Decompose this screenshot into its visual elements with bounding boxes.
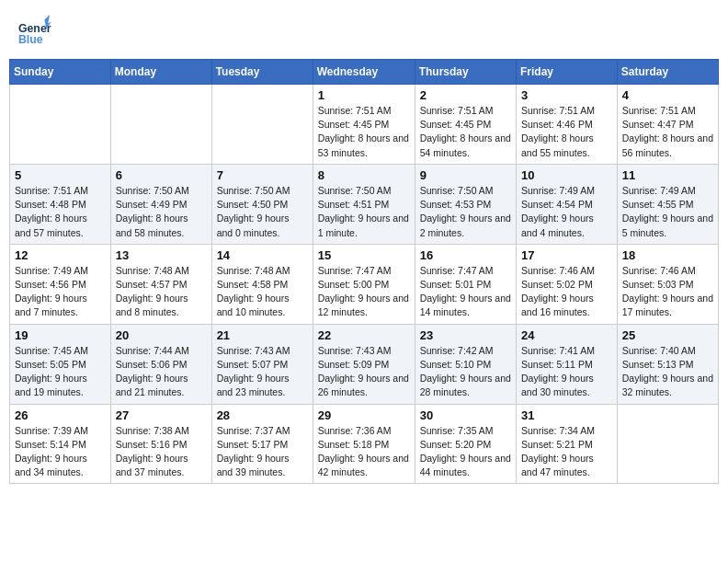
day-number: 22 xyxy=(318,328,410,342)
day-info: Sunrise: 7:43 AM Sunset: 5:07 PM Dayligh… xyxy=(217,344,308,400)
day-number: 9 xyxy=(420,168,511,182)
calendar-cell: 11Sunrise: 7:49 AM Sunset: 4:55 PM Dayli… xyxy=(617,164,718,244)
day-number: 14 xyxy=(217,248,308,262)
calendar-cell: 31Sunrise: 7:34 AM Sunset: 5:21 PM Dayli… xyxy=(517,404,618,484)
day-number: 8 xyxy=(318,168,410,182)
calendar-cell: 7Sunrise: 7:50 AM Sunset: 4:50 PM Daylig… xyxy=(211,164,313,244)
day-info: Sunrise: 7:36 AM Sunset: 5:18 PM Dayligh… xyxy=(318,424,410,480)
day-info: Sunrise: 7:48 AM Sunset: 4:57 PM Dayligh… xyxy=(116,264,207,320)
day-info: Sunrise: 7:50 AM Sunset: 4:51 PM Dayligh… xyxy=(318,184,410,240)
calendar-cell xyxy=(110,85,211,165)
day-info: Sunrise: 7:44 AM Sunset: 5:06 PM Dayligh… xyxy=(116,344,207,400)
weekday-header-monday: Monday xyxy=(110,60,211,85)
day-number: 4 xyxy=(622,88,713,102)
calendar-cell: 26Sunrise: 7:39 AM Sunset: 5:14 PM Dayli… xyxy=(10,404,111,484)
calendar-cell: 13Sunrise: 7:48 AM Sunset: 4:57 PM Dayli… xyxy=(110,244,211,324)
calendar-cell: 10Sunrise: 7:49 AM Sunset: 4:54 PM Dayli… xyxy=(517,164,618,244)
calendar-cell xyxy=(211,85,313,165)
day-number: 11 xyxy=(622,168,713,182)
logo: General Blue xyxy=(17,13,51,48)
day-number: 2 xyxy=(420,88,511,102)
day-number: 12 xyxy=(15,248,106,262)
day-number: 21 xyxy=(217,328,308,342)
day-number: 28 xyxy=(217,408,308,422)
calendar-cell: 24Sunrise: 7:41 AM Sunset: 5:11 PM Dayli… xyxy=(517,324,618,404)
calendar-cell: 1Sunrise: 7:51 AM Sunset: 4:45 PM Daylig… xyxy=(313,85,415,165)
day-info: Sunrise: 7:39 AM Sunset: 5:14 PM Dayligh… xyxy=(15,424,106,480)
day-info: Sunrise: 7:50 AM Sunset: 4:49 PM Dayligh… xyxy=(116,184,207,240)
day-number: 27 xyxy=(116,408,207,422)
day-number: 26 xyxy=(15,408,106,422)
calendar-cell: 6Sunrise: 7:50 AM Sunset: 4:49 PM Daylig… xyxy=(110,164,211,244)
day-number: 20 xyxy=(116,328,207,342)
calendar-week-2: 5Sunrise: 7:51 AM Sunset: 4:48 PM Daylig… xyxy=(10,164,719,244)
day-number: 3 xyxy=(521,88,612,102)
calendar-cell: 30Sunrise: 7:35 AM Sunset: 5:20 PM Dayli… xyxy=(415,404,516,484)
day-number: 23 xyxy=(420,328,511,342)
calendar-week-1: 1Sunrise: 7:51 AM Sunset: 4:45 PM Daylig… xyxy=(10,85,719,165)
calendar-cell: 28Sunrise: 7:37 AM Sunset: 5:17 PM Dayli… xyxy=(211,404,313,484)
day-info: Sunrise: 7:38 AM Sunset: 5:16 PM Dayligh… xyxy=(116,424,207,480)
calendar-cell: 27Sunrise: 7:38 AM Sunset: 5:16 PM Dayli… xyxy=(110,404,211,484)
day-info: Sunrise: 7:51 AM Sunset: 4:45 PM Dayligh… xyxy=(318,104,410,160)
day-number: 7 xyxy=(217,168,308,182)
calendar-cell: 4Sunrise: 7:51 AM Sunset: 4:47 PM Daylig… xyxy=(617,85,718,165)
calendar-cell: 23Sunrise: 7:42 AM Sunset: 5:10 PM Dayli… xyxy=(415,324,516,404)
day-info: Sunrise: 7:49 AM Sunset: 4:56 PM Dayligh… xyxy=(15,264,106,320)
day-info: Sunrise: 7:49 AM Sunset: 4:54 PM Dayligh… xyxy=(521,184,612,240)
calendar-cell: 5Sunrise: 7:51 AM Sunset: 4:48 PM Daylig… xyxy=(10,164,111,244)
weekday-header-saturday: Saturday xyxy=(617,60,718,85)
weekday-header-wednesday: Wednesday xyxy=(313,60,415,85)
day-info: Sunrise: 7:35 AM Sunset: 5:20 PM Dayligh… xyxy=(420,424,511,480)
weekday-header-sunday: Sunday xyxy=(10,60,111,85)
day-number: 16 xyxy=(420,248,511,262)
weekday-header-thursday: Thursday xyxy=(415,60,516,85)
day-info: Sunrise: 7:37 AM Sunset: 5:17 PM Dayligh… xyxy=(217,424,308,480)
day-info: Sunrise: 7:51 AM Sunset: 4:45 PM Dayligh… xyxy=(420,104,511,160)
day-number: 6 xyxy=(116,168,207,182)
day-number: 25 xyxy=(622,328,713,342)
day-info: Sunrise: 7:50 AM Sunset: 4:53 PM Dayligh… xyxy=(420,184,511,240)
day-info: Sunrise: 7:34 AM Sunset: 5:21 PM Dayligh… xyxy=(521,424,612,480)
day-info: Sunrise: 7:50 AM Sunset: 4:50 PM Dayligh… xyxy=(217,184,308,240)
weekday-header-row: SundayMondayTuesdayWednesdayThursdayFrid… xyxy=(10,60,719,85)
calendar-cell: 25Sunrise: 7:40 AM Sunset: 5:13 PM Dayli… xyxy=(617,324,718,404)
calendar-week-5: 26Sunrise: 7:39 AM Sunset: 5:14 PM Dayli… xyxy=(10,404,719,484)
day-number: 5 xyxy=(15,168,106,182)
logo-icon: General Blue xyxy=(17,13,51,48)
day-info: Sunrise: 7:51 AM Sunset: 4:47 PM Dayligh… xyxy=(622,104,713,160)
calendar-cell: 2Sunrise: 7:51 AM Sunset: 4:45 PM Daylig… xyxy=(415,85,516,165)
calendar-cell: 8Sunrise: 7:50 AM Sunset: 4:51 PM Daylig… xyxy=(313,164,415,244)
day-number: 30 xyxy=(420,408,511,422)
day-info: Sunrise: 7:45 AM Sunset: 5:05 PM Dayligh… xyxy=(15,344,106,400)
svg-text:Blue: Blue xyxy=(18,33,43,46)
day-number: 13 xyxy=(116,248,207,262)
calendar-cell xyxy=(10,85,111,165)
calendar-week-4: 19Sunrise: 7:45 AM Sunset: 5:05 PM Dayli… xyxy=(10,324,719,404)
day-number: 18 xyxy=(622,248,713,262)
calendar-cell: 3Sunrise: 7:51 AM Sunset: 4:46 PM Daylig… xyxy=(517,85,618,165)
calendar-cell: 12Sunrise: 7:49 AM Sunset: 4:56 PM Dayli… xyxy=(10,244,111,324)
day-info: Sunrise: 7:42 AM Sunset: 5:10 PM Dayligh… xyxy=(420,344,511,400)
calendar-cell: 16Sunrise: 7:47 AM Sunset: 5:01 PM Dayli… xyxy=(415,244,516,324)
day-info: Sunrise: 7:51 AM Sunset: 4:46 PM Dayligh… xyxy=(521,104,612,160)
day-info: Sunrise: 7:51 AM Sunset: 4:48 PM Dayligh… xyxy=(15,184,106,240)
day-number: 24 xyxy=(521,328,612,342)
day-info: Sunrise: 7:40 AM Sunset: 5:13 PM Dayligh… xyxy=(622,344,713,400)
calendar-cell: 17Sunrise: 7:46 AM Sunset: 5:02 PM Dayli… xyxy=(517,244,618,324)
calendar-cell: 29Sunrise: 7:36 AM Sunset: 5:18 PM Dayli… xyxy=(313,404,415,484)
calendar-cell: 14Sunrise: 7:48 AM Sunset: 4:58 PM Dayli… xyxy=(211,244,313,324)
calendar-week-3: 12Sunrise: 7:49 AM Sunset: 4:56 PM Dayli… xyxy=(10,244,719,324)
day-number: 1 xyxy=(318,88,410,102)
calendar-cell: 15Sunrise: 7:47 AM Sunset: 5:00 PM Dayli… xyxy=(313,244,415,324)
day-info: Sunrise: 7:46 AM Sunset: 5:02 PM Dayligh… xyxy=(521,264,612,320)
calendar-cell: 21Sunrise: 7:43 AM Sunset: 5:07 PM Dayli… xyxy=(211,324,313,404)
weekday-header-tuesday: Tuesday xyxy=(211,60,313,85)
calendar-table: SundayMondayTuesdayWednesdayThursdayFrid… xyxy=(9,59,719,484)
day-number: 19 xyxy=(15,328,106,342)
day-info: Sunrise: 7:46 AM Sunset: 5:03 PM Dayligh… xyxy=(622,264,713,320)
day-number: 29 xyxy=(318,408,410,422)
calendar-cell: 18Sunrise: 7:46 AM Sunset: 5:03 PM Dayli… xyxy=(617,244,718,324)
weekday-header-friday: Friday xyxy=(517,60,618,85)
page-header: General Blue xyxy=(9,9,719,52)
